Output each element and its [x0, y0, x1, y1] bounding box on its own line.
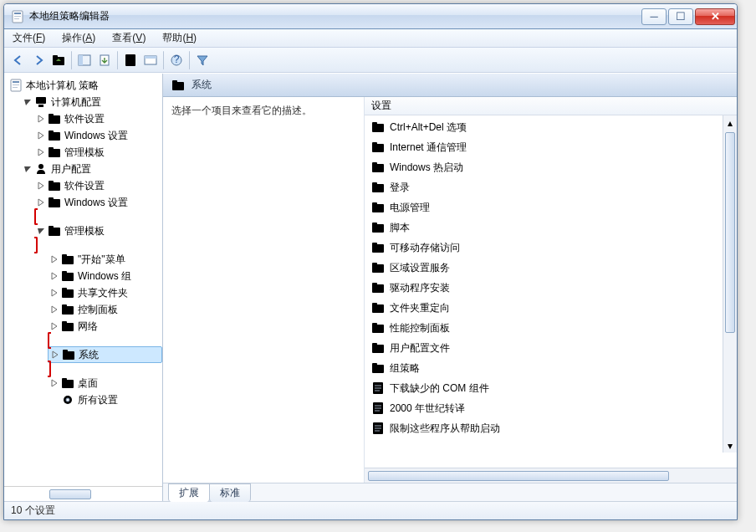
export-list-button[interactable] [95, 51, 114, 69]
expander-icon[interactable] [23, 164, 33, 174]
list-item[interactable]: 限制这些程序从帮助启动 [365, 418, 737, 438]
expander-icon[interactable] [49, 321, 59, 331]
minimize-button[interactable]: ─ [641, 8, 667, 25]
description-column: 选择一个项目来查看它的描述。 [163, 97, 364, 483]
list-item[interactable]: 下载缺少的 COM 组件 [365, 378, 737, 398]
scroll-down-icon[interactable]: ▾ [723, 438, 737, 453]
list-item-label: 区域设置服务 [390, 261, 450, 275]
tab-label: 扩展 [179, 487, 199, 499]
list-item[interactable]: 性能控制面板 [365, 318, 737, 338]
tree-label: 桌面 [78, 376, 98, 391]
tree-item[interactable]: Windows 设置 [34, 194, 162, 211]
list-item[interactable]: Ctrl+Alt+Del 选项 [365, 117, 737, 137]
list-item-label: 登录 [390, 181, 410, 195]
folder-icon [371, 161, 385, 174]
list-item[interactable]: 组策略 [365, 358, 737, 378]
settings-list[interactable]: Ctrl+Alt+Del 选项Internet 通信管理Windows 热启动登… [365, 115, 737, 468]
titlebar[interactable]: 本地组策略编辑器 ─ ☐ ✕ [4, 4, 737, 29]
expander-icon[interactable] [36, 181, 46, 191]
back-button[interactable] [9, 51, 28, 69]
tree-item-共享文件夹[interactable]: 共享文件夹 [48, 284, 162, 301]
client-area: 本地计算机 策略 计算机配置 软件设置 [4, 73, 737, 501]
help-button[interactable]: ? [167, 51, 186, 69]
expander-icon[interactable] [36, 130, 46, 141]
folder-icon [371, 241, 385, 254]
expander-icon[interactable] [23, 97, 33, 107]
tree-horizontal-scrollbar[interactable] [4, 486, 162, 501]
close-button[interactable]: ✕ [695, 8, 735, 25]
expander-icon[interactable] [36, 197, 46, 207]
tree-pane: 本地计算机 策略 计算机配置 软件设置 [4, 74, 163, 501]
tree-computer-config[interactable]: 计算机配置 [21, 94, 162, 110]
settings-list-column: 设置 Ctrl+Alt+Del 选项Internet 通信管理Windows 热… [364, 97, 737, 483]
tree-item-桌面[interactable]: 桌面 [48, 375, 162, 391]
list-item[interactable]: 驱动程序安装 [365, 278, 737, 298]
expander-icon[interactable] [49, 254, 59, 264]
tree-item[interactable]: Windows 设置 [34, 127, 162, 144]
column-header-settings[interactable]: 设置 [365, 97, 737, 115]
list-item[interactable]: 电源管理 [365, 197, 737, 217]
list-item[interactable]: 登录 [365, 177, 737, 197]
tree-label: 网络 [78, 320, 98, 334]
list-item-label: 下载缺少的 COM 组件 [390, 381, 489, 396]
tree-item-所有设置[interactable]: 所有设置 [48, 391, 162, 408]
menu-view[interactable]: 查看(V) [109, 29, 149, 47]
menu-file[interactable]: 文件(F) [9, 29, 49, 47]
svg-rect-20 [79, 55, 83, 65]
tree-item[interactable]: 管理模板 [34, 144, 162, 161]
refresh-button[interactable] [141, 51, 160, 69]
expander-icon[interactable] [49, 271, 59, 281]
list-item[interactable]: 用户配置文件 [365, 338, 737, 358]
tree-root[interactable]: 本地计算机 策略 [8, 77, 162, 94]
minimize-icon: ─ [650, 10, 657, 23]
tree-item[interactable]: 软件设置 [34, 177, 162, 194]
tree-item[interactable]: 软件设置 [34, 110, 162, 127]
horizontal-scrollbar[interactable] [365, 468, 737, 483]
list-item[interactable]: 可移动存储访问 [365, 238, 737, 258]
menu-help[interactable]: 帮助(H) [159, 29, 200, 47]
vertical-scrollbar[interactable]: ▴ ▾ [723, 115, 737, 453]
scroll-up-icon[interactable]: ▴ [723, 115, 737, 130]
list-item[interactable]: Windows 热启动 [365, 157, 737, 177]
tree-item-Windows 组[interactable]: Windows 组 [48, 268, 162, 284]
expander-icon[interactable] [36, 226, 46, 236]
forward-button[interactable] [29, 51, 48, 69]
tree-view[interactable]: 本地计算机 策略 计算机配置 软件设置 [4, 74, 162, 486]
expander-icon[interactable] [49, 288, 59, 298]
list-item[interactable]: 脚本 [365, 217, 737, 238]
expander-icon[interactable] [50, 350, 60, 360]
list-item[interactable]: 文件夹重定向 [365, 298, 737, 318]
scrollbar-thumb[interactable] [725, 132, 735, 333]
expander-icon[interactable] [49, 378, 59, 388]
expander-icon[interactable] [36, 114, 46, 124]
expander-icon[interactable] [36, 147, 46, 157]
tab-standard[interactable]: 标准 [209, 483, 251, 502]
scrollbar-thumb[interactable] [368, 471, 669, 481]
filter-button[interactable] [193, 51, 212, 69]
tree-item-控制面板[interactable]: 控制面板 [48, 301, 162, 318]
list-item[interactable]: 2000 年世纪转译 [365, 398, 737, 418]
tree-item-系统[interactable]: 系统 [48, 346, 162, 363]
maximize-button[interactable]: ☐ [668, 8, 693, 25]
app-window: 本地组策略编辑器 ─ ☐ ✕ 文件(F) 操作(A) 查看(V) 帮助(H) ? [3, 3, 738, 520]
menu-action[interactable]: 操作(A) [59, 29, 99, 47]
tree-user-config[interactable]: 用户配置 [21, 161, 162, 177]
tree-admin-templates[interactable]: 管理模板 [34, 223, 162, 239]
list-item[interactable]: Internet 通信管理 [365, 137, 737, 157]
tab-extended[interactable]: 扩展 [168, 483, 210, 502]
properties-button[interactable] [121, 51, 140, 69]
up-button[interactable] [49, 51, 68, 69]
menubar: 文件(F) 操作(A) 查看(V) 帮助(H) [4, 29, 737, 48]
scrollbar-thumb[interactable] [49, 489, 91, 499]
tree-label: 软件设置 [64, 179, 105, 193]
description-text: 选择一个项目来查看它的描述。 [171, 105, 312, 116]
gear-icon [61, 393, 74, 407]
tree-item-网络[interactable]: 网络 [48, 318, 162, 335]
expander-icon[interactable] [49, 304, 59, 315]
folder-icon [48, 196, 61, 209]
tree-item-"开始"菜单[interactable]: "开始"菜单 [48, 251, 162, 268]
expander-icon[interactable] [49, 395, 59, 405]
show-hide-tree-button[interactable] [75, 51, 94, 69]
list-item[interactable]: 区域设置服务 [365, 258, 737, 278]
folder-icon [61, 286, 74, 299]
